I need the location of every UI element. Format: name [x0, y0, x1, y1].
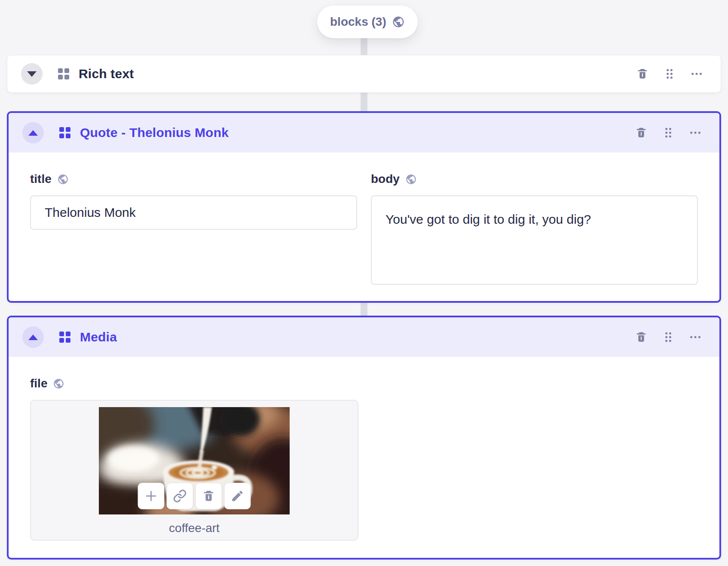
field-label-body: body [371, 172, 698, 186]
delete-block-button[interactable] [635, 66, 650, 82]
block-fields: file [9, 357, 719, 541]
drag-handle[interactable] [661, 125, 676, 140]
title-input[interactable] [30, 195, 357, 230]
field-label-text: title [30, 172, 52, 186]
block-actions [635, 66, 704, 82]
delete-media-button[interactable] [196, 483, 222, 509]
collapse-toggle-button[interactable] [22, 326, 44, 348]
globe-icon [53, 378, 64, 390]
expand-toggle-button[interactable] [21, 63, 43, 85]
chevron-up-icon [28, 335, 38, 340]
media-toolbar [138, 483, 251, 509]
edit-icon [231, 489, 245, 503]
ellipsis-icon [689, 331, 702, 344]
globe-icon [57, 173, 69, 185]
trash-icon [202, 489, 216, 503]
block-card-media[interactable]: Media file [7, 316, 721, 560]
drag-handle[interactable] [662, 66, 677, 82]
link-icon [173, 489, 187, 503]
field-body: body You've got to dig it to dig it, you… [371, 172, 698, 286]
trash-icon [636, 67, 649, 80]
delete-block-button[interactable] [633, 329, 649, 345]
ellipsis-icon [690, 67, 703, 80]
blocks-count-label: blocks (3) [330, 15, 386, 29]
trash-icon [635, 331, 648, 344]
field-title: title [30, 172, 357, 286]
globe-icon [392, 15, 405, 28]
collapse-toggle-button[interactable] [22, 122, 44, 143]
field-label-file: file [30, 377, 698, 390]
drag-handle-icon [663, 67, 676, 80]
ellipsis-icon [689, 126, 702, 139]
body-textarea[interactable]: You've got to dig it to dig it, you dig? [371, 195, 698, 285]
field-label-text: file [30, 377, 47, 390]
drag-handle[interactable] [661, 329, 676, 345]
more-options-button[interactable] [688, 125, 703, 140]
block-type-grid-icon [59, 332, 70, 343]
link-media-button[interactable] [167, 483, 193, 509]
edit-media-button[interactable] [224, 483, 251, 509]
field-label-title: title [30, 172, 357, 186]
chevron-down-icon [27, 71, 37, 77]
trash-icon [635, 126, 648, 139]
block-header: Quote - Thelonius Monk [9, 113, 719, 152]
block-card-rich-text[interactable]: Rich text [7, 55, 721, 93]
block-type-grid-icon [58, 68, 69, 79]
add-media-button[interactable] [138, 483, 165, 509]
more-options-button[interactable] [689, 66, 704, 82]
block-title: Rich text [79, 67, 134, 81]
chevron-up-icon [28, 130, 38, 136]
add-icon [144, 489, 159, 503]
more-options-button[interactable] [688, 329, 703, 345]
drag-handle-icon [662, 126, 675, 139]
field-file: file [30, 377, 698, 541]
media-filename: coffee-art [31, 521, 358, 535]
block-header: Rich text [7, 55, 721, 92]
block-type-grid-icon [59, 127, 70, 138]
field-label-text: body [371, 172, 400, 186]
block-editor-page: blocks (3) Rich text [0, 0, 728, 566]
block-card-quote[interactable]: Quote - Thelonius Monk title [7, 111, 721, 303]
block-title: Media [80, 330, 117, 344]
block-title: Quote - Thelonius Monk [80, 125, 229, 140]
globe-icon [405, 173, 417, 185]
block-header: Media [9, 317, 719, 357]
blocks-count-pill[interactable]: blocks (3) [317, 6, 418, 38]
block-actions [633, 329, 703, 345]
delete-block-button[interactable] [633, 125, 649, 140]
drag-handle-icon [662, 331, 675, 344]
block-actions [633, 125, 703, 140]
file-upload-box: coffee-art [30, 400, 358, 541]
block-fields: title body You've got to dig it to dig i… [9, 152, 719, 286]
